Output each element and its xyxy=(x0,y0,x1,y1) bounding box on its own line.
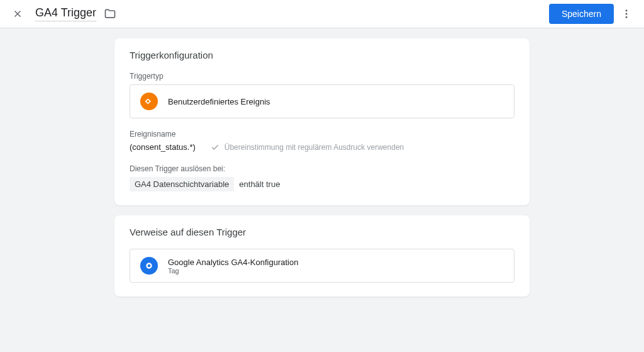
main-content: Triggerkonfiguration Triggertyp Benutzer… xyxy=(0,28,644,307)
condition-operator-value: enthält true xyxy=(239,179,280,189)
trigger-config-title: Triggerkonfiguration xyxy=(130,50,514,60)
svg-point-6 xyxy=(148,264,151,268)
svg-point-2 xyxy=(626,9,628,11)
event-name-row: (consent_status.*) Übereinstimmung mit r… xyxy=(130,142,514,152)
condition-label: Diesen Trigger auslösen bei: xyxy=(130,164,514,173)
svg-point-3 xyxy=(626,13,628,15)
close-button[interactable] xyxy=(10,6,25,21)
close-icon xyxy=(12,8,23,20)
trigger-condition: GA4 Datenschichtvariable enthält true xyxy=(130,177,514,191)
trigger-type-selector[interactable]: Benutzerdefiniertes Ereignis xyxy=(130,84,514,118)
more-options-button[interactable] xyxy=(619,6,634,21)
event-name-value: (consent_status.*) xyxy=(130,142,196,152)
reference-item[interactable]: Google Analytics GA4-Konfiguration Tag xyxy=(130,249,514,283)
regex-option: Übereinstimmung mit regulärem Ausdruck v… xyxy=(211,143,404,152)
check-icon xyxy=(211,143,219,152)
references-card: Verweise auf diesen Trigger Google Analy… xyxy=(114,215,530,297)
reference-name: Google Analytics GA4-Konfiguration xyxy=(168,258,298,267)
more-vertical-icon xyxy=(621,8,632,20)
condition-variable-chip: GA4 Datenschichtvariable xyxy=(130,177,234,191)
tag-icon xyxy=(140,257,158,275)
custom-event-icon xyxy=(140,93,158,110)
folder-button[interactable] xyxy=(104,8,116,20)
regex-label: Übereinstimmung mit regulärem Ausdruck v… xyxy=(225,143,404,152)
save-button[interactable]: Speichern xyxy=(549,4,614,24)
trigger-type-value: Benutzerdefiniertes Ereignis xyxy=(168,97,270,106)
svg-point-4 xyxy=(626,16,628,18)
trigger-config-card: Triggerkonfiguration Triggertyp Benutzer… xyxy=(114,38,530,205)
trigger-type-label: Triggertyp xyxy=(130,72,514,81)
reference-text: Google Analytics GA4-Konfiguration Tag xyxy=(168,258,298,275)
reference-type: Tag xyxy=(168,267,298,275)
page-title[interactable]: GA4 Trigger xyxy=(35,6,96,21)
header-bar: GA4 Trigger Speichern xyxy=(0,0,644,28)
folder-icon xyxy=(104,8,116,20)
references-title: Verweise auf diesen Trigger xyxy=(130,227,514,237)
event-name-label: Ereignisname xyxy=(130,130,514,139)
